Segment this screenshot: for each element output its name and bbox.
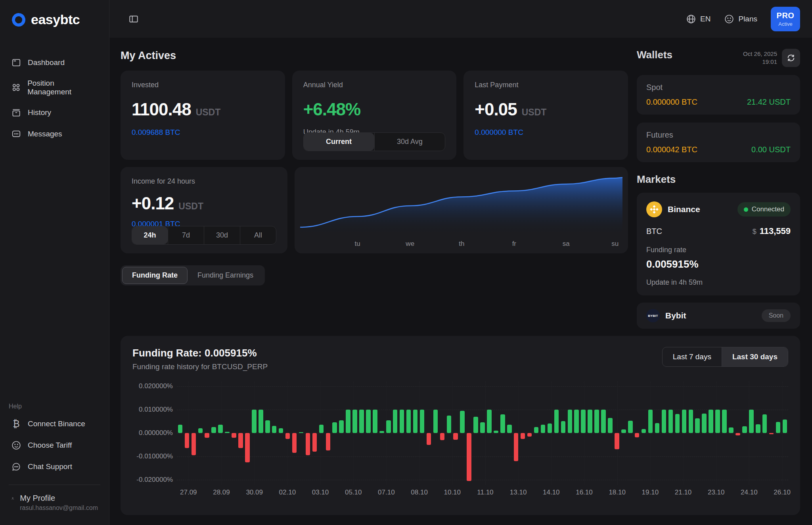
funding-bar-negative: [192, 433, 196, 455]
sidebar-item-position-management[interactable]: Position Management: [0, 73, 109, 102]
funding-bar-positive: [675, 414, 680, 433]
language-switcher[interactable]: EN: [686, 14, 710, 24]
y-tick-label: 0.010000%: [139, 406, 173, 414]
funding-bar-positive: [265, 420, 270, 433]
profile-name: My Profile: [20, 494, 98, 503]
funding-bar-positive: [339, 420, 344, 433]
funding-bar-positive: [682, 410, 687, 433]
funding-bar-positive: [655, 423, 660, 433]
funding-bar-positive: [715, 410, 720, 433]
binance-status-badge: Connected: [737, 202, 791, 217]
x-tick-label: 08.10: [411, 489, 428, 496]
funding-bar-positive: [749, 410, 754, 433]
x-tick-label: 23.10: [708, 489, 725, 496]
funding-bar-positive: [756, 424, 760, 433]
help-item-choose-tariff[interactable]: Choose Tariff: [0, 435, 109, 456]
funding-bar-positive: [541, 425, 546, 433]
tab-funding-rate[interactable]: Funding Rate: [122, 267, 188, 284]
last-payment-label: Last Payment: [475, 81, 617, 89]
funding-bar-positive: [554, 410, 559, 433]
top-area: My Actives Invested 1100.48 USDT 0.00968…: [121, 46, 800, 329]
yield-tab-current[interactable]: Current: [304, 133, 374, 151]
v-gridline: [386, 381, 387, 485]
annual-yield-label: Annual Yield: [303, 81, 446, 89]
sidebar-toggle-button[interactable]: [125, 11, 142, 27]
bybit-status-badge: Soon: [762, 309, 791, 322]
history-icon: [11, 107, 21, 118]
funding-bar-negative: [232, 433, 236, 438]
last-payment-btc[interactable]: 0.000000 BTC: [475, 128, 617, 137]
funding-bar-negative: [306, 433, 310, 455]
income-area-chart-card: tuwethfrsasu: [295, 167, 628, 253]
funding-bar-positive: [346, 410, 350, 433]
refresh-button[interactable]: [782, 49, 800, 67]
funding-rate-panel: Funding Rate: 0.005915% Funding rate his…: [121, 336, 800, 515]
sidebar-item-dashboard[interactable]: Dashboard: [0, 52, 109, 73]
funding-bar-positive: [252, 410, 257, 433]
profile-item[interactable]: My Profile rasul.hassanov@gmail.com: [0, 491, 109, 515]
income-tab-30d[interactable]: 30d: [204, 226, 240, 244]
sidebar-help-nav: ₿Connect BinanceChoose TariffChat Suppor…: [0, 413, 109, 477]
funding-bar-positive: [198, 428, 203, 433]
funding-bar-positive: [386, 420, 391, 433]
funding-bar-positive: [762, 414, 767, 433]
help-item-connect-binance[interactable]: ₿Connect Binance: [0, 413, 109, 435]
brand[interactable]: easybtc: [0, 0, 109, 38]
bybit-market-card: BYBIT Bybit Soon: [637, 303, 800, 329]
invested-value: 1100.48: [132, 100, 191, 119]
income-tab-24h[interactable]: 24h: [132, 226, 168, 244]
binance-name: Binance: [668, 205, 700, 214]
sidebar-item-messages[interactable]: Messages: [0, 123, 109, 145]
wallets-title: Wallets: [637, 49, 672, 61]
sidebar-bottom: Help ₿Connect BinanceChoose TariffChat S…: [0, 403, 109, 515]
y-tick-label: 0.000000%: [139, 429, 173, 437]
y-tick-label: -0.020000%: [136, 476, 173, 484]
v-gridline: [221, 381, 222, 485]
v-gridline: [650, 381, 651, 485]
plans-label: Plans: [738, 15, 757, 23]
range-button-last-30-days[interactable]: Last 30 days: [722, 347, 788, 366]
wallet-name: Futures: [646, 130, 791, 140]
funding-bar-positive: [211, 427, 216, 433]
income-area-chart: [300, 175, 622, 234]
smiley-icon: [11, 440, 21, 450]
wallets-date: Oct 26, 2025: [743, 50, 777, 58]
income-tab-7d[interactable]: 7d: [168, 226, 204, 244]
funding-chart-plot: [177, 381, 788, 485]
sidebar-item-history[interactable]: History: [0, 102, 109, 123]
binance-logo-icon: [646, 201, 662, 217]
wallet-cards: Spot0.000000 BTC21.42 USDTFutures0.00004…: [637, 75, 800, 162]
help-item-chat-support[interactable]: Chat Support: [0, 456, 109, 477]
income-currency: USDT: [178, 201, 203, 212]
binance-status: Connected: [752, 205, 784, 213]
x-tick-label: 07.10: [378, 489, 395, 496]
funding-bar-positive: [702, 414, 707, 433]
income-value: +0.12: [132, 194, 174, 213]
annual-yield-card: Annual Yield +6.48% Update in 4h 59m Cur…: [292, 71, 457, 160]
income-tab-all[interactable]: All: [240, 226, 276, 244]
pro-plan-button[interactable]: PRO Active: [771, 7, 800, 31]
funding-bar-positive: [594, 410, 599, 433]
wallets-time: 19:01: [743, 58, 777, 66]
wallet-btc: 0.000042 BTC: [646, 145, 697, 154]
dashboard-icon: [11, 57, 21, 68]
wallet-usdt: 0.00 USDT: [751, 145, 791, 154]
bybit-name: Bybit: [665, 311, 686, 320]
wallet-usdt: 21.42 USDT: [747, 98, 791, 107]
invested-btc[interactable]: 0.009688 BTC: [132, 128, 274, 137]
tab-funding-earnings[interactable]: Funding Earnings: [188, 267, 263, 284]
funding-bar-positive: [729, 427, 733, 433]
content-left: My Actives Invested 1100.48 USDT 0.00968…: [121, 46, 628, 329]
plans-link[interactable]: Plans: [724, 14, 757, 24]
v-gridline: [485, 381, 486, 485]
v-gridline: [749, 381, 749, 485]
v-gridline: [353, 381, 354, 485]
language-label: EN: [700, 15, 710, 23]
funding-panel-subtitle: Funding rate history for BTCUSD_PERP: [132, 362, 268, 371]
yield-tab-30d-avg[interactable]: 30d Avg: [374, 133, 445, 151]
sidebar-divider: [9, 485, 100, 485]
range-button-last-7-days[interactable]: Last 7 days: [663, 347, 722, 366]
page-title: My Actives: [121, 50, 628, 62]
funding-bar-positive: [473, 417, 478, 433]
x-tick-label: 26.10: [774, 489, 791, 496]
